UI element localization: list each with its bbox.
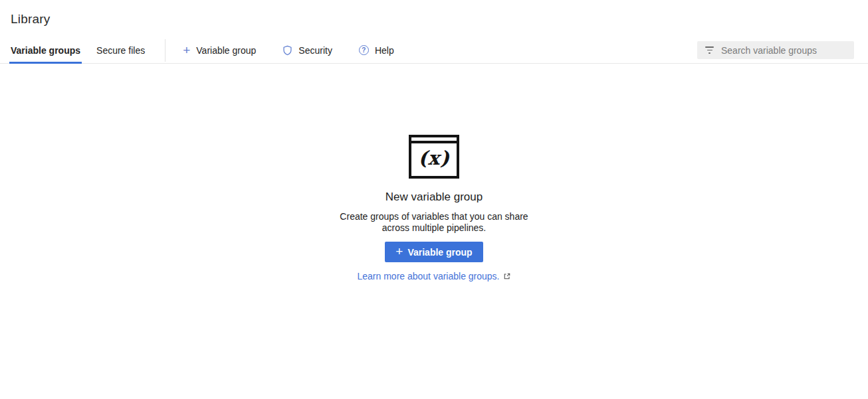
- shield-icon: [282, 45, 292, 56]
- variable-group-icon-titlebar: [411, 137, 457, 143]
- learn-more-link[interactable]: Learn more about variable groups.: [357, 271, 499, 281]
- empty-state: (x) New variable group Create groups of …: [0, 135, 868, 281]
- page-header: Library: [0, 0, 868, 37]
- tabs: Variable groups Secure files: [9, 37, 146, 63]
- security-button[interactable]: Security: [282, 45, 332, 56]
- tab-variable-groups[interactable]: Variable groups: [9, 37, 82, 63]
- filter-icon: [705, 46, 714, 54]
- external-link-icon: [503, 272, 511, 280]
- help-label: Help: [375, 45, 394, 56]
- plus-icon: +: [183, 45, 190, 56]
- new-variable-group-button-label: Variable group: [407, 247, 472, 258]
- tab-secure-files[interactable]: Secure files: [95, 37, 146, 63]
- search-input[interactable]: [721, 45, 849, 56]
- toolbar-divider: [165, 39, 165, 62]
- tab-secure-files-label: Secure files: [96, 45, 145, 56]
- learn-more-row: Learn more about variable groups.: [357, 271, 510, 281]
- new-variable-group-button[interactable]: + Variable group: [385, 242, 483, 262]
- tab-variable-groups-label: Variable groups: [11, 45, 80, 56]
- search-box[interactable]: [697, 41, 854, 59]
- plus-icon: +: [395, 247, 403, 256]
- help-icon: ?: [359, 45, 369, 55]
- empty-state-title: New variable group: [385, 191, 483, 204]
- help-button[interactable]: ? Help: [359, 45, 394, 56]
- security-label: Security: [298, 45, 332, 56]
- variable-group-icon: (x): [409, 135, 459, 179]
- add-variable-group-label: Variable group: [196, 45, 256, 56]
- variable-group-icon-text: (x): [411, 143, 457, 173]
- toolbar: + Variable group Security ? Help: [183, 45, 394, 56]
- tab-toolbar-row: Variable groups Secure files + Variable …: [0, 37, 868, 64]
- add-variable-group-button[interactable]: + Variable group: [183, 45, 256, 56]
- page-title: Library: [11, 12, 857, 27]
- empty-state-description: Create groups of variables that you can …: [328, 211, 540, 234]
